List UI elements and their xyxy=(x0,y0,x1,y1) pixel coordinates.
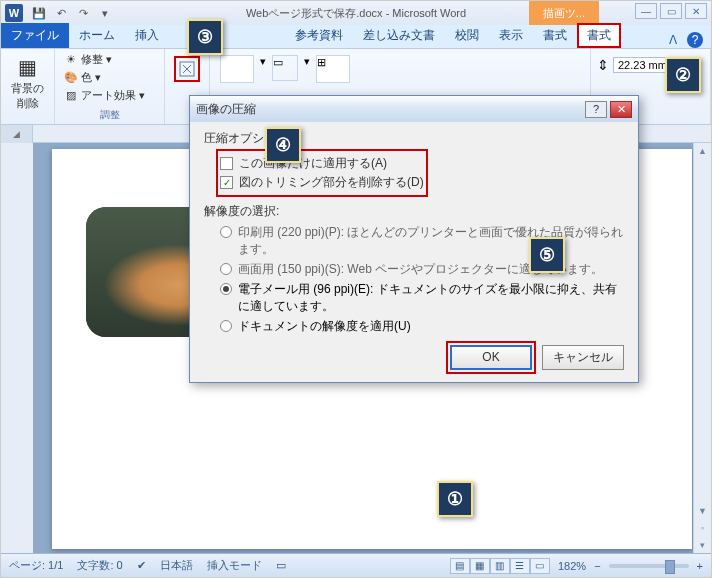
color-icon: 🎨 xyxy=(64,71,78,85)
cancel-button[interactable]: キャンセル xyxy=(542,345,624,370)
art-icon: ▨ xyxy=(64,89,78,103)
status-language[interactable]: 日本語 xyxy=(160,558,193,573)
view-fullscreen[interactable]: ▦ xyxy=(470,558,490,574)
zoom-in-button[interactable]: + xyxy=(697,560,703,572)
callout-2: ② xyxy=(665,57,701,93)
compress-pictures-button[interactable] xyxy=(174,56,200,82)
quick-access-toolbar: 💾 ↶ ↷ ▾ xyxy=(31,5,113,21)
title-bar: W 💾 ↶ ↷ ▾ Webページ形式で保存.docx - Microsoft W… xyxy=(1,1,711,25)
color-button[interactable]: 🎨色 ▾ xyxy=(61,69,158,86)
minimize-ribbon-icon[interactable]: ᐱ xyxy=(665,32,681,48)
apply-only-this-checkbox[interactable] xyxy=(220,157,233,170)
tab-home[interactable]: ホーム xyxy=(69,23,125,48)
save-icon[interactable]: 💾 xyxy=(31,5,47,21)
callout-1: ① xyxy=(437,481,473,517)
corrections-icon: ☀ xyxy=(64,53,78,67)
ok-button[interactable]: OK xyxy=(450,345,532,370)
radio-print-label: 印刷用 (220 ppi)(P): ほとんどのプリンターと画面で優れた品質が得ら… xyxy=(238,224,624,258)
zoom-slider[interactable] xyxy=(609,564,689,568)
vertical-ruler xyxy=(1,143,33,553)
corrections-label: 修整 xyxy=(81,52,103,67)
dialog-title-text: 画像の圧縮 xyxy=(196,101,256,118)
ruler-corner: ◢ xyxy=(1,125,33,143)
tab-file[interactable]: ファイル xyxy=(1,23,69,48)
zoom-value[interactable]: 182% xyxy=(558,560,586,572)
remove-background-button[interactable]: ▦ 背景の 削除 xyxy=(7,51,48,113)
callout-5: ⑤ xyxy=(529,237,565,273)
group-adjust-label: 調整 xyxy=(61,106,158,122)
status-bar: ページ: 1/1 文字数: 0 ✔ 日本語 挿入モード ▭ ▤ ▦ ▥ ☰ ▭ … xyxy=(1,553,711,577)
qat-more-icon[interactable]: ▾ xyxy=(97,5,113,21)
view-web[interactable]: ▥ xyxy=(490,558,510,574)
callout-3: ③ xyxy=(187,19,223,55)
tab-format-1[interactable]: 書式 xyxy=(533,23,577,48)
close-button[interactable]: ✕ xyxy=(685,3,707,19)
view-outline[interactable]: ☰ xyxy=(510,558,530,574)
tab-view[interactable]: 表示 xyxy=(489,23,533,48)
undo-icon[interactable]: ↶ xyxy=(53,5,69,21)
radio-email[interactable] xyxy=(220,283,232,295)
dialog-close-button[interactable]: ✕ xyxy=(610,101,632,118)
compress-pictures-dialog: 画像の圧縮 ? ✕ 圧縮オプション: この画像だけに適用する(A) ✓ 図のトリ… xyxy=(189,95,639,383)
delete-cropped-label: 図のトリミング部分を削除する(D) xyxy=(239,174,424,191)
tab-format-2[interactable]: 書式 xyxy=(577,23,621,48)
tab-mailings[interactable]: 差し込み文書 xyxy=(353,23,445,48)
picture-border-icon[interactable]: ▭ xyxy=(272,55,298,81)
prev-page-icon[interactable]: ◦ xyxy=(694,520,711,536)
delete-cropped-checkbox[interactable]: ✓ xyxy=(220,176,233,189)
dialog-body: 圧縮オプション: この画像だけに適用する(A) ✓ 図のトリミング部分を削除する… xyxy=(190,122,638,382)
vertical-scrollbar[interactable]: ▲ ▼ ◦ ▾ xyxy=(693,143,711,553)
picture-effects-icon[interactable]: ▾ xyxy=(304,55,310,83)
radio-screen[interactable] xyxy=(220,263,232,275)
group-adjust: ☀修整 ▾ 🎨色 ▾ ▨アート効果 ▾ 調整 xyxy=(55,49,165,124)
compress-icon xyxy=(178,60,196,78)
ribbon-tabs: ファイル ホーム 挿入 ページレイアウト 参考資料 差し込み文書 校閲 表示 書… xyxy=(1,25,711,49)
height-value: 22.23 mm xyxy=(618,59,667,71)
radio-print[interactable] xyxy=(220,226,232,238)
resolution-label: 解像度の選択: xyxy=(204,203,624,220)
radio-document[interactable] xyxy=(220,320,232,332)
callout-4: ④ xyxy=(265,127,301,163)
status-macro-icon[interactable]: ▭ xyxy=(276,559,286,572)
document-title: Webページ形式で保存.docx - Microsoft Word xyxy=(246,6,466,21)
remove-background-label: 背景の 削除 xyxy=(11,81,44,111)
tab-review[interactable]: 校閲 xyxy=(445,23,489,48)
zoom-out-button[interactable]: − xyxy=(594,560,600,572)
status-mode[interactable]: 挿入モード xyxy=(207,558,262,573)
height-icon: ⇕ xyxy=(597,57,609,73)
scroll-down-icon[interactable]: ▼ xyxy=(694,503,711,519)
contextual-tab-label: 描画ツ... xyxy=(529,1,599,25)
tab-insert[interactable]: 挿入 xyxy=(125,23,169,48)
status-words[interactable]: 文字数: 0 xyxy=(77,558,122,573)
status-proof-icon[interactable]: ✔ xyxy=(137,559,146,572)
corrections-button[interactable]: ☀修整 ▾ xyxy=(61,51,158,68)
dialog-titlebar[interactable]: 画像の圧縮 ? ✕ xyxy=(190,96,638,122)
view-draft[interactable]: ▭ xyxy=(530,558,550,574)
art-label: アート効果 xyxy=(81,88,136,103)
redo-icon[interactable]: ↷ xyxy=(75,5,91,21)
artistic-effects-button[interactable]: ▨アート効果 ▾ xyxy=(61,87,158,104)
group-bg-remove: ▦ 背景の 削除 xyxy=(1,49,55,124)
radio-email-label: 電子メール用 (96 ppi)(E): ドキュメントのサイズを最小限に抑え、共有… xyxy=(238,281,624,315)
dialog-help-button[interactable]: ? xyxy=(585,101,607,118)
tab-reference[interactable]: 参考資料 xyxy=(285,23,353,48)
view-buttons: ▤ ▦ ▥ ☰ ▭ xyxy=(450,558,550,574)
color-label: 色 xyxy=(81,70,92,85)
minimize-button[interactable]: — xyxy=(635,3,657,19)
status-page[interactable]: ページ: 1/1 xyxy=(9,558,63,573)
remove-background-icon: ▦ xyxy=(14,53,42,81)
style-gallery-icon[interactable] xyxy=(220,55,254,83)
view-print-layout[interactable]: ▤ xyxy=(450,558,470,574)
restore-button[interactable]: ▭ xyxy=(660,3,682,19)
word-icon: W xyxy=(5,4,23,22)
apply-only-this-label: この画像だけに適用する(A) xyxy=(239,155,387,172)
scroll-up-icon[interactable]: ▲ xyxy=(694,143,711,159)
radio-document-label: ドキュメントの解像度を適用(U) xyxy=(238,318,411,335)
next-page-icon[interactable]: ▾ xyxy=(694,537,711,553)
style-more-icon[interactable]: ▾ xyxy=(260,55,266,83)
window-controls: — ▭ ✕ xyxy=(635,3,707,19)
help-icon[interactable]: ? xyxy=(687,32,703,48)
picture-layout-icon[interactable]: ⊞ xyxy=(316,55,350,83)
